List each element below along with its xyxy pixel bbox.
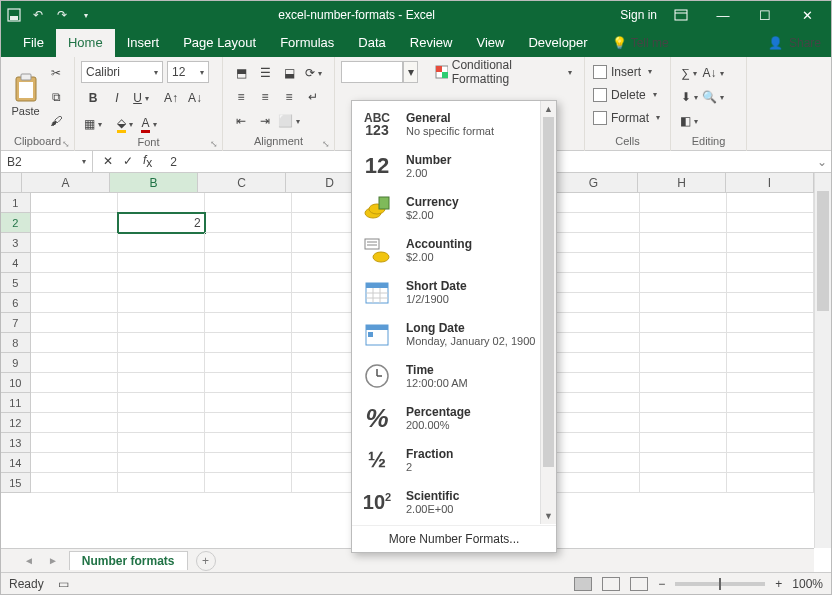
- minimize-button[interactable]: ―: [705, 1, 741, 29]
- orientation-button[interactable]: ⟳▾: [302, 62, 324, 84]
- number-format-option[interactable]: Short Date1/2/1900: [352, 271, 556, 313]
- cell[interactable]: [31, 373, 118, 393]
- page-break-view-button[interactable]: [630, 577, 648, 591]
- cell[interactable]: [31, 333, 118, 353]
- clear-button[interactable]: ◧▾: [678, 110, 700, 132]
- cell[interactable]: [31, 213, 118, 233]
- cell[interactable]: [553, 333, 640, 353]
- tab-formulas[interactable]: Formulas: [268, 29, 346, 57]
- cell[interactable]: [553, 353, 640, 373]
- cell[interactable]: [553, 393, 640, 413]
- row-header[interactable]: 4: [1, 253, 31, 273]
- cell[interactable]: [553, 313, 640, 333]
- cut-button[interactable]: ✂: [45, 62, 67, 84]
- cell[interactable]: [31, 393, 118, 413]
- cell[interactable]: [205, 213, 292, 233]
- row-header[interactable]: 10: [1, 373, 31, 393]
- vertical-scrollbar[interactable]: [814, 173, 831, 548]
- align-top-button[interactable]: ⬒: [230, 62, 252, 84]
- tab-nav-next-icon[interactable]: ►: [45, 555, 61, 566]
- sheet-tab[interactable]: Number formats: [69, 551, 188, 570]
- cell[interactable]: [205, 333, 292, 353]
- cell[interactable]: [640, 233, 727, 253]
- cell[interactable]: [553, 473, 640, 493]
- cell[interactable]: [640, 293, 727, 313]
- cell[interactable]: [205, 253, 292, 273]
- cell[interactable]: [640, 413, 727, 433]
- cell[interactable]: [118, 473, 205, 493]
- cell[interactable]: [553, 193, 640, 213]
- cell[interactable]: [553, 253, 640, 273]
- clipboard-launcher[interactable]: ⤡: [62, 139, 72, 149]
- font-launcher[interactable]: ⤡: [210, 139, 220, 149]
- paste-button[interactable]: Paste: [7, 61, 44, 129]
- number-format-option[interactable]: ABC123GeneralNo specific format: [352, 103, 556, 145]
- cell[interactable]: [205, 473, 292, 493]
- dropdown-scrollbar[interactable]: ▲ ▼: [540, 101, 556, 524]
- maximize-button[interactable]: ☐: [747, 1, 783, 29]
- align-bottom-button[interactable]: ⬓: [278, 62, 300, 84]
- font-color-button[interactable]: A▾: [138, 113, 160, 135]
- select-all-corner[interactable]: [1, 173, 22, 193]
- cell[interactable]: [205, 233, 292, 253]
- delete-cells-button[interactable]: Delete▾: [591, 84, 659, 105]
- tab-page-layout[interactable]: Page Layout: [171, 29, 268, 57]
- cell[interactable]: [640, 453, 727, 473]
- column-header[interactable]: A: [22, 173, 110, 193]
- row-header[interactable]: 9: [1, 353, 31, 373]
- number-format-combo[interactable]: [341, 61, 403, 83]
- cell[interactable]: [640, 193, 727, 213]
- bold-button[interactable]: B: [82, 87, 104, 109]
- cell[interactable]: [553, 233, 640, 253]
- cell[interactable]: [727, 273, 814, 293]
- ribbon-display-icon[interactable]: [663, 1, 699, 29]
- column-header[interactable]: H: [638, 173, 726, 193]
- conditional-formatting-button[interactable]: Conditional Formatting▾: [429, 61, 578, 83]
- cell[interactable]: [31, 253, 118, 273]
- cell[interactable]: [553, 273, 640, 293]
- cell[interactable]: [118, 193, 205, 213]
- cell[interactable]: [31, 293, 118, 313]
- cell[interactable]: [118, 413, 205, 433]
- fill-color-button[interactable]: ⬙▾: [114, 113, 136, 135]
- font-name-combo[interactable]: Calibri▾: [81, 61, 163, 83]
- number-format-option[interactable]: Long DateMonday, January 02, 1900: [352, 313, 556, 355]
- cell[interactable]: [118, 273, 205, 293]
- cell[interactable]: [118, 353, 205, 373]
- number-format-option[interactable]: 12Number2.00: [352, 145, 556, 187]
- cell[interactable]: [118, 233, 205, 253]
- cancel-formula-icon[interactable]: ✕: [103, 154, 113, 168]
- cell[interactable]: [205, 313, 292, 333]
- column-header[interactable]: I: [726, 173, 814, 193]
- cell[interactable]: [640, 433, 727, 453]
- redo-icon[interactable]: ↷: [55, 8, 69, 22]
- cell[interactable]: [553, 213, 640, 233]
- cell[interactable]: [205, 433, 292, 453]
- cell[interactable]: [205, 373, 292, 393]
- number-format-option[interactable]: %Percentage200.00%: [352, 397, 556, 439]
- zoom-level[interactable]: 100%: [792, 577, 823, 591]
- merge-button[interactable]: ⬜▾: [278, 110, 300, 132]
- zoom-in-button[interactable]: +: [775, 577, 782, 591]
- italic-button[interactable]: I: [106, 87, 128, 109]
- undo-icon[interactable]: ↶: [31, 8, 45, 22]
- cell[interactable]: [727, 193, 814, 213]
- cell[interactable]: [31, 473, 118, 493]
- cell[interactable]: [205, 193, 292, 213]
- cell[interactable]: [727, 393, 814, 413]
- zoom-slider[interactable]: [675, 582, 765, 586]
- tab-insert[interactable]: Insert: [115, 29, 172, 57]
- cell[interactable]: [727, 433, 814, 453]
- cell[interactable]: [640, 393, 727, 413]
- cell[interactable]: [205, 393, 292, 413]
- cell[interactable]: [553, 453, 640, 473]
- cell[interactable]: [31, 353, 118, 373]
- cell[interactable]: [727, 453, 814, 473]
- row-header[interactable]: 15: [1, 473, 31, 493]
- cell[interactable]: [727, 473, 814, 493]
- column-header[interactable]: G: [550, 173, 638, 193]
- align-center-button[interactable]: ≡: [254, 86, 276, 108]
- decrease-font-button[interactable]: A↓: [184, 87, 206, 109]
- cell[interactable]: [118, 313, 205, 333]
- cell[interactable]: [640, 473, 727, 493]
